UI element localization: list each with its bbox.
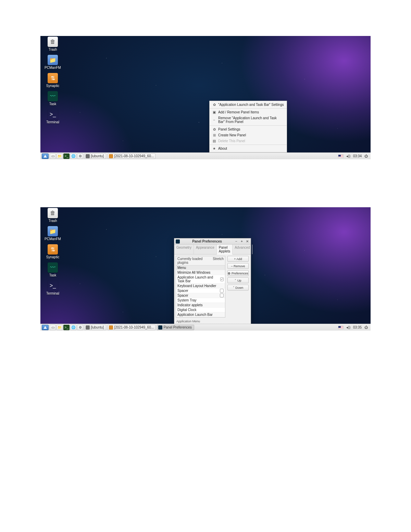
volume-icon[interactable]: ◂)) [346, 154, 350, 158]
desktop-icon-synaptic[interactable]: ⇅ Synaptic [44, 73, 62, 88]
keyboard-layout-flag-icon[interactable] [338, 154, 344, 158]
maximize-button[interactable]: + [240, 239, 244, 244]
clock[interactable]: 03:34 [353, 154, 362, 158]
desktop-icon-label: Synaptic [46, 255, 59, 259]
task-label: [2021-08-10-102949_60... [114, 325, 154, 329]
task-label: [lubuntu] [91, 325, 104, 329]
menu-item-icon: ✿ [212, 127, 216, 131]
lxde-panel[interactable]: ▭ 📁 >_ 🌐 ⚙ [lubuntu] [2021-08-10-102949_… [40, 152, 371, 159]
up-button[interactable]: ˄ Up [227, 277, 249, 283]
context-menu-item[interactable]: ✿ "Application Launch and Task Bar" Sett… [210, 102, 287, 108]
panel-context-menu: ✿ "Application Launch and Task Bar" Sett… [209, 101, 287, 152]
plugin-row[interactable]: Keyboard Layout Handler [176, 284, 225, 288]
down-button[interactable]: ˅ Down [227, 285, 249, 290]
plugin-row[interactable]: System Tray [176, 298, 225, 303]
column-plugins: Currently loaded plugins [177, 257, 213, 264]
plugin-name: Digital Clock [177, 308, 197, 312]
tab-appearance[interactable]: Appearance [194, 245, 217, 254]
terminal-launcher-icon[interactable]: >_ [63, 153, 70, 159]
desktop-icon-synaptic[interactable]: ⇅ Synaptic [44, 244, 62, 259]
plugin-name: Menu [177, 266, 186, 270]
desktop-icon-terminal[interactable]: >_ Terminal [44, 281, 62, 295]
plugin-row[interactable]: Menu [176, 265, 225, 270]
plugin-name: Application Launch Bar [177, 313, 213, 317]
file-manager-launcher-icon[interactable]: 📁 [57, 153, 63, 159]
context-menu-item[interactable]: ▣ Add / Remove Panel Items [210, 109, 287, 115]
menu-button[interactable] [42, 153, 49, 159]
desktop-icon-trash[interactable]: 🗑 Trash [44, 208, 62, 223]
menu-button[interactable] [42, 325, 49, 330]
power-icon[interactable]: ⏻ [364, 325, 368, 329]
taskbar-button[interactable]: [lubuntu] [84, 153, 106, 159]
desktop-icon-label: Terminal [46, 120, 59, 124]
stretch-checkbox[interactable]: ✓ [220, 277, 224, 281]
context-menu-item[interactable]: ⊞ Create New Panel [210, 132, 287, 138]
volume-icon[interactable]: ◂)) [346, 325, 350, 329]
task-icon: 〰 [48, 262, 58, 273]
menu-item-label: About [218, 147, 227, 150]
menu-item-label: Panel Settings [218, 127, 240, 131]
taskbar-button[interactable]: [lubuntu] [84, 325, 106, 330]
browser-launcher-icon[interactable]: 🌐 [70, 325, 76, 330]
desktop-icon-pcmanfm[interactable]: 📁 PCManFM [44, 226, 62, 241]
desktop-icon-task[interactable]: 〰 Task [44, 91, 62, 106]
terminal-launcher-icon[interactable]: >_ [63, 325, 70, 330]
context-menu-item[interactable]: ✿ Panel Settings [210, 126, 287, 132]
stretch-checkbox[interactable] [220, 294, 224, 297]
plugin-row[interactable]: Minimize All Windows [176, 270, 225, 275]
plugin-name: Spacer [177, 294, 188, 297]
taskbar-button[interactable]: Panel Preferences [157, 325, 194, 330]
keyboard-layout-flag-icon[interactable] [338, 326, 344, 329]
stretch-checkbox[interactable] [220, 289, 224, 293]
clock[interactable]: 03:35 [353, 325, 362, 329]
tab-advanced[interactable]: Advanced [233, 245, 252, 254]
show-desktop-icon[interactable]: ▭ [50, 325, 56, 330]
taskbar-button[interactable]: [2021-08-10-102949_60... [108, 325, 155, 330]
context-menu-item[interactable]: − Remove "Application Launch and Task Ba… [210, 115, 287, 125]
pcmanfm-icon: 📁 [48, 226, 58, 236]
settings-launcher-icon[interactable]: ⚙ [77, 153, 83, 159]
task-icon [86, 154, 90, 158]
show-desktop-icon[interactable]: ▭ [50, 153, 56, 159]
plugin-row[interactable]: Application Launch and Task Bar✓ [176, 275, 225, 284]
plugin-row[interactable]: Indicator applets [176, 303, 225, 308]
terminal-icon: >_ [48, 281, 58, 291]
context-menu-item[interactable]: ★ About [210, 146, 287, 151]
menu-item-icon: ✿ [212, 103, 216, 107]
plugin-row[interactable]: Digital Clock [176, 308, 225, 312]
task-icon [158, 325, 162, 330]
settings-launcher-icon[interactable]: ⚙ [77, 325, 83, 330]
screenshot-2-panel-preferences: 🗑 Trash 📁 PCManFM ⇅ Synaptic 〰 Task >_ T… [40, 207, 371, 331]
file-manager-launcher-icon[interactable]: 📁 [57, 325, 63, 330]
task-icon [86, 325, 90, 330]
desktop-icon-label: Trash [48, 219, 57, 223]
desktop-icon-label: PCManFM [45, 237, 61, 241]
panel-preferences-window: Panel Preferences − + ✕ GeometryAppearan… [174, 238, 251, 331]
minimize-button[interactable]: − [234, 239, 238, 244]
desktop-icon-terminal[interactable]: >_ Terminal [44, 109, 62, 124]
close-button[interactable]: ✕ [245, 239, 249, 244]
desktop-icon-label: Terminal [46, 292, 59, 295]
preferences-button[interactable]: ✿ Preferences [227, 270, 249, 276]
plugin-row[interactable]: Spacer [176, 293, 225, 298]
lxde-panel[interactable]: ▭ 📁 >_ 🌐 ⚙ [lubuntu] [2021-08-10-102949_… [40, 324, 371, 331]
terminal-icon: >_ [48, 109, 58, 120]
window-titlebar[interactable]: Panel Preferences − + ✕ [174, 238, 251, 245]
taskbar-button[interactable]: [2021-08-10-102949_60... [108, 153, 155, 159]
desktop-icon-task[interactable]: 〰 Task [44, 262, 62, 277]
desktop-icon-pcmanfm[interactable]: 📁 PCManFM [44, 55, 62, 70]
desktop-icon-label: PCManFM [45, 66, 61, 70]
tab-panel-applets[interactable]: Panel Applets [217, 245, 233, 255]
remove-button[interactable]: − Remove [227, 263, 249, 269]
plugin-row[interactable]: Spacer [176, 288, 225, 293]
tab-geometry[interactable]: Geometry [174, 245, 194, 254]
add-button[interactable]: + Add [227, 256, 249, 262]
desktop-icon-trash[interactable]: 🗑 Trash [44, 37, 62, 51]
plugin-name: Application Launch and Task Bar [177, 275, 220, 283]
browser-launcher-icon[interactable]: 🌐 [70, 153, 76, 159]
plugin-row[interactable]: Application Launch Bar [176, 312, 225, 317]
power-icon[interactable]: ⏻ [364, 154, 368, 158]
desktop-icon-label: Task [49, 273, 57, 277]
trash-icon: 🗑 [48, 208, 58, 218]
task-label: [lubuntu] [91, 154, 104, 158]
